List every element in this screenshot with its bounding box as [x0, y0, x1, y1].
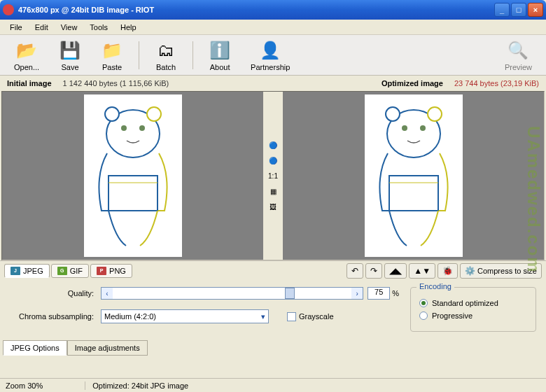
quality-percent: %: [392, 289, 399, 298]
about-button[interactable]: ℹ️About: [200, 36, 239, 74]
slider-right-button[interactable]: ›: [351, 288, 363, 299]
image-icon[interactable]: 🖼: [267, 201, 279, 212]
info-icon: ℹ️: [209, 39, 231, 62]
fit-grid-icon[interactable]: ▦: [267, 186, 279, 197]
png-badge-icon: P: [97, 267, 106, 275]
encoding-standard-radio[interactable]: [419, 299, 428, 307]
initial-label: Initial image: [7, 79, 52, 88]
preview-button[interactable]: 🔍Preview: [496, 36, 540, 74]
svg-point-11: [420, 125, 426, 131]
menu-edit[interactable]: Edit: [29, 22, 54, 33]
flip-horizontal-button[interactable]: ◢◣: [384, 263, 407, 279]
chroma-select[interactable]: Medium (4:2:0): [101, 309, 269, 323]
svg-point-4: [139, 125, 145, 131]
info-row: Initial image 1 142 440 bytes (1 115,66 …: [0, 76, 546, 91]
bug-icon: 🐞: [442, 266, 453, 276]
status-zoom: Zoom 30%: [6, 382, 43, 390]
batch-icon: 🗂: [155, 39, 177, 62]
svg-point-10: [402, 125, 407, 131]
tab-jpeg-options[interactable]: JPEG Options: [3, 340, 67, 356]
paste-button[interactable]: 📁Paste: [92, 36, 132, 74]
chroma-label: Chroma subsampling:: [10, 312, 101, 321]
close-button[interactable]: ×: [528, 3, 543, 17]
format-tab-png[interactable]: PPNG: [90, 264, 132, 278]
statusbar: Zoom 30% Optimized: 24bit JPG image: [0, 378, 546, 392]
encoding-fieldset: Encoding Standard optimized Progressive: [410, 287, 536, 332]
slider-thumb[interactable]: [285, 288, 295, 299]
redo-button[interactable]: ↷: [365, 263, 382, 279]
preview-area: 🔵 🔵 1:1 ▦ 🖼: [1, 91, 545, 260]
svg-point-9: [428, 107, 442, 121]
flip-vertical-button[interactable]: ▲▼: [409, 263, 435, 279]
jpeg-badge-icon: J: [10, 267, 20, 275]
redo-icon: ↷: [370, 266, 377, 276]
maximize-button[interactable]: □: [511, 3, 526, 17]
undo-icon: ↶: [351, 266, 358, 276]
svg-point-2: [147, 107, 161, 121]
window-title: 476x800 px @ 24bit DIB image - RIOT: [18, 6, 494, 14]
center-tools: 🔵 🔵 1:1 ▦ 🖼: [263, 92, 283, 260]
format-row: JJPEG GGIF PPNG ↶ ↷ ◢◣ ▲▼ 🐞 ⚙️Compress t…: [0, 260, 546, 280]
tab-image-adjustments[interactable]: Image adjustments: [67, 340, 148, 356]
menubar: File Edit View Tools Help: [0, 20, 546, 35]
undo-button[interactable]: ↶: [346, 263, 363, 279]
optimized-preview-pane[interactable]: [283, 92, 544, 260]
flip-h-icon: ◢◣: [389, 266, 402, 276]
open-button[interactable]: 📂Open...: [6, 36, 48, 74]
bottom-tabs: JPEG Options Image adjustments: [0, 340, 546, 356]
format-tab-jpeg[interactable]: JJPEG: [4, 264, 50, 278]
menu-help[interactable]: Help: [115, 22, 142, 33]
toolbar-divider: [139, 41, 139, 69]
app-icon: [3, 4, 14, 15]
paste-icon: 📁: [101, 39, 123, 62]
settings-panel: Quality: ‹ › 75 % Chroma subsampling: Me…: [0, 280, 546, 340]
window-controls: _ □ ×: [494, 3, 543, 17]
minimize-button[interactable]: _: [494, 3, 510, 17]
optimized-image: [365, 94, 463, 257]
encoding-progressive-radio[interactable]: [419, 312, 428, 320]
menu-file[interactable]: File: [4, 22, 28, 33]
zoom-in-icon[interactable]: 🔵: [267, 139, 279, 150]
quality-label: Quality:: [10, 289, 101, 298]
quality-slider[interactable]: ‹ ›: [101, 287, 363, 300]
person-icon: 👤: [259, 39, 281, 62]
encoding-legend: Encoding: [416, 282, 454, 290]
toolbar: 📂Open... 💾Save 📁Paste 🗂Batch ℹ️About 👤Pa…: [0, 35, 546, 76]
svg-rect-5: [108, 176, 158, 211]
toolbar-divider: [192, 41, 193, 69]
optimized-label: Optimized image: [382, 79, 443, 88]
svg-point-3: [121, 125, 127, 131]
watermark: UAmedwed.com: [524, 126, 543, 274]
initial-image: [84, 94, 182, 257]
initial-preview-pane[interactable]: [2, 92, 263, 260]
folder-open-icon: 📂: [15, 39, 38, 62]
zoom-out-icon[interactable]: 🔵: [267, 155, 279, 166]
grayscale-label: Grayscale: [299, 312, 334, 321]
menu-view[interactable]: View: [55, 22, 83, 33]
magnify-icon: 🔍: [507, 39, 529, 62]
bug-button[interactable]: 🐞: [438, 263, 458, 279]
batch-button[interactable]: 🗂Batch: [146, 36, 186, 74]
titlebar: 476x800 px @ 24bit DIB image - RIOT _ □ …: [0, 0, 546, 20]
svg-point-8: [386, 107, 400, 121]
format-tab-gif[interactable]: GGIF: [51, 264, 89, 278]
save-button[interactable]: 💾Save: [50, 36, 90, 74]
menu-tools[interactable]: Tools: [84, 22, 113, 33]
status-optimized: Optimized: 24bit JPG image: [85, 382, 188, 390]
svg-point-1: [105, 107, 119, 121]
gif-badge-icon: G: [57, 267, 67, 275]
flip-v-icon: ▲▼: [414, 266, 430, 276]
gear-icon: ⚙️: [465, 266, 475, 276]
slider-left-button[interactable]: ‹: [102, 288, 113, 299]
save-icon: 💾: [59, 39, 81, 62]
initial-bytes: 1 142 440 bytes (1 115,66 KiB): [63, 79, 169, 88]
zoom-1to1-button[interactable]: 1:1: [267, 170, 279, 181]
optimized-bytes: 23 744 bytes (23,19 KiB): [454, 79, 539, 88]
quality-input[interactable]: 75: [368, 287, 390, 300]
svg-rect-12: [389, 176, 438, 211]
partnership-button[interactable]: 👤Partnership: [242, 36, 298, 74]
grayscale-checkbox[interactable]: [287, 312, 296, 321]
